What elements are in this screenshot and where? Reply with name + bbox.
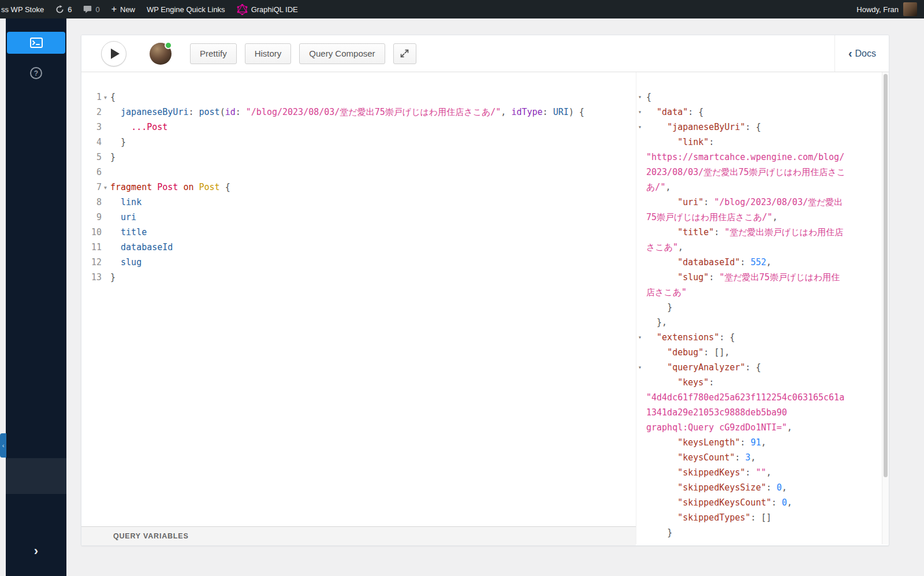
editor-line bbox=[110, 165, 636, 180]
graphiql-toolbar: Prettify History Query Composer ‹ Docs bbox=[81, 35, 889, 72]
result-line: }, bbox=[636, 315, 881, 330]
collapse-menu-button[interactable]: › bbox=[6, 545, 66, 558]
result-line: ▾ "japaneseByUri": { bbox=[636, 120, 881, 135]
result-code: ▾{▾ "data": {▾ "japaneseByUri": { "link"… bbox=[636, 90, 881, 540]
updates-link[interactable]: 6 bbox=[50, 0, 77, 18]
graphiql-ide: Prettify History Query Composer ‹ Docs 1… bbox=[81, 35, 889, 546]
chevron-left-icon: ‹ bbox=[2, 442, 5, 449]
fold-toggle-icon[interactable]: ▾ bbox=[102, 184, 109, 191]
graphiql-ide-link[interactable]: GraphiQL IDE bbox=[231, 0, 304, 18]
fold-toggle-icon[interactable]: ▾ bbox=[638, 120, 642, 135]
result-line: "databaseId": 552, bbox=[636, 255, 881, 270]
editor-line: link bbox=[110, 195, 636, 210]
result-line: "uri": "/blog/2023/08/03/堂だ愛出 bbox=[636, 195, 881, 210]
fold-toggle-icon[interactable]: ▾ bbox=[102, 94, 109, 101]
scrollbar-thumb[interactable] bbox=[884, 74, 888, 477]
result-line: graphql:Query cG9zdDo1NTI=", bbox=[636, 420, 881, 435]
editor-line: } bbox=[110, 135, 636, 150]
gutter-line: 5 bbox=[81, 150, 110, 165]
history-button[interactable]: History bbox=[245, 43, 292, 64]
status-dot bbox=[165, 42, 172, 49]
execute-query-button[interactable] bbox=[101, 41, 126, 66]
fold-toggle-icon[interactable]: ▾ bbox=[638, 105, 642, 120]
result-line: "slug": "堂だ愛出75崇戸げじはわ用住 bbox=[636, 270, 881, 285]
editor-line: { bbox=[110, 90, 636, 105]
gutter-line: 12 bbox=[81, 255, 110, 270]
query-composer-button[interactable]: Query Composer bbox=[299, 43, 385, 64]
site-name-label: ss WP Stoke bbox=[1, 5, 44, 14]
wpe-quick-links-label: WP Engine Quick Links bbox=[147, 5, 225, 14]
update-count: 6 bbox=[68, 5, 72, 14]
result-line: } bbox=[636, 525, 881, 540]
scrollbar[interactable] bbox=[882, 72, 889, 544]
sidebar-highlight bbox=[6, 458, 66, 494]
update-icon bbox=[55, 5, 64, 14]
user-avatar[interactable] bbox=[903, 2, 917, 16]
result-line: ▾ "data": { bbox=[636, 105, 881, 120]
comments-link[interactable]: 0 bbox=[77, 0, 105, 18]
result-line: "skippedKeysCount": 0, bbox=[636, 495, 881, 510]
result-line: 2023/08/03/堂だ愛出75崇戸げじはわ用住店さこ bbox=[636, 165, 881, 180]
result-line: "title": "堂だ愛出崇戸げじはわ用住店 bbox=[636, 225, 881, 240]
auth-avatar[interactable] bbox=[150, 43, 172, 65]
editor-gutter: 1▾234567▾8910111213 bbox=[81, 90, 110, 285]
query-editor[interactable]: 1▾234567▾8910111213 { japaneseByUri: pos… bbox=[81, 72, 636, 527]
editor-line: } bbox=[110, 150, 636, 165]
fullscreen-button[interactable] bbox=[393, 43, 416, 64]
result-line: "keys": bbox=[636, 375, 881, 390]
help-button[interactable]: ? bbox=[30, 67, 42, 79]
sidebar-item-graphiql[interactable] bbox=[7, 32, 65, 54]
new-label: New bbox=[120, 5, 135, 14]
graphql-logo-icon bbox=[237, 4, 248, 15]
result-line: "debug": [], bbox=[636, 345, 881, 360]
query-variables-title: QUERY VARIABLES bbox=[113, 532, 189, 540]
editor-line: title bbox=[110, 225, 636, 240]
plus-icon: + bbox=[111, 5, 117, 14]
drawer-handle[interactable]: ‹ bbox=[0, 433, 6, 458]
wpe-quick-links[interactable]: WP Engine Quick Links bbox=[141, 0, 231, 18]
query-variables-bar[interactable]: QUERY VARIABLES bbox=[81, 526, 636, 545]
howdy-label[interactable]: Howdy, Fran bbox=[856, 5, 899, 14]
fold-toggle-icon[interactable]: ▾ bbox=[638, 90, 642, 105]
expand-icon bbox=[400, 49, 409, 58]
gutter-line: 1▾ bbox=[81, 90, 110, 105]
result-line: "https://smartcahce.wpengine.com/blog/ bbox=[636, 150, 881, 165]
editor-line: fragment Post on Post { bbox=[110, 180, 636, 195]
terminal-icon bbox=[30, 38, 43, 48]
editor-line: } bbox=[110, 270, 636, 285]
chevron-left-icon: ‹ bbox=[848, 47, 852, 59]
gutter-line: 13 bbox=[81, 270, 110, 285]
result-line: "link": bbox=[636, 135, 881, 150]
editor-code: { japaneseByUri: post(id: "/blog/2023/08… bbox=[110, 90, 636, 285]
gutter-line: 7▾ bbox=[81, 180, 110, 195]
result-pane: ▾{▾ "data": {▾ "japaneseByUri": { "link"… bbox=[636, 72, 883, 544]
result-line: "skippedTypes": [] bbox=[636, 510, 881, 525]
gutter-line: 11 bbox=[81, 240, 110, 255]
fold-toggle-icon[interactable]: ▾ bbox=[638, 360, 642, 375]
toolbar-divider bbox=[834, 35, 835, 72]
docs-label: Docs bbox=[855, 49, 876, 59]
admin-sidebar: ? › bbox=[6, 18, 66, 576]
new-content-link[interactable]: + New bbox=[106, 0, 141, 18]
result-line: "skippedKeysSize": 0, bbox=[636, 480, 881, 495]
site-name-link[interactable]: ss WP Stoke bbox=[0, 0, 50, 18]
prettify-button[interactable]: Prettify bbox=[190, 43, 237, 64]
editor-line: slug bbox=[110, 255, 636, 270]
docs-button[interactable]: ‹ Docs bbox=[848, 35, 876, 72]
result-line: ▾{ bbox=[636, 90, 881, 105]
editor-line: uri bbox=[110, 210, 636, 225]
result-line: ▾ "queryAnalyzer": { bbox=[636, 360, 881, 375]
play-icon bbox=[111, 49, 120, 59]
graphiql-ide-label: GraphiQL IDE bbox=[251, 5, 298, 14]
comment-count: 0 bbox=[95, 5, 99, 14]
help-icon: ? bbox=[34, 69, 38, 77]
result-line: "skippedKeys": "", bbox=[636, 465, 881, 480]
wp-admin-bar: ss WP Stoke 6 0 + New WP Engine Quick Li… bbox=[0, 0, 924, 18]
gutter-line: 8 bbox=[81, 195, 110, 210]
editor-line: databaseId bbox=[110, 240, 636, 255]
result-line: 75崇戸げじはわ用住店さこあ/", bbox=[636, 210, 881, 225]
result-line: "keysCount": 3, bbox=[636, 450, 881, 465]
result-line: あ/", bbox=[636, 180, 881, 195]
result-line: } bbox=[636, 300, 881, 315]
fold-toggle-icon[interactable]: ▾ bbox=[638, 330, 642, 345]
